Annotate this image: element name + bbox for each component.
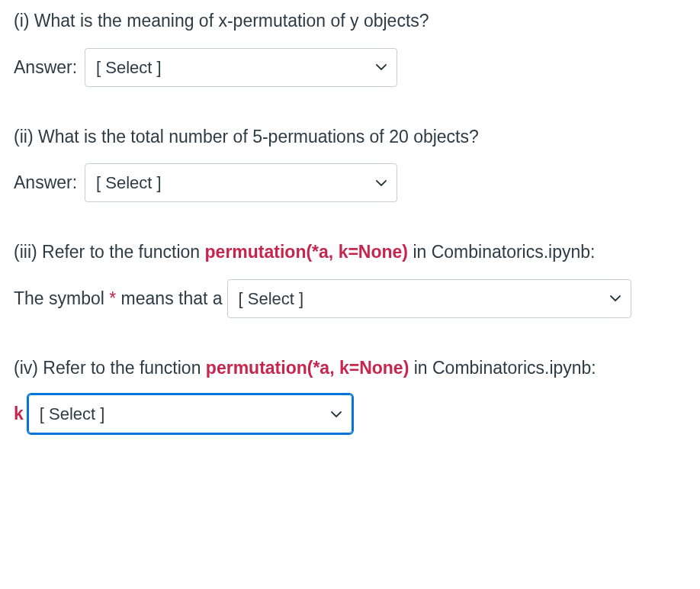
- q3-suffix: in Combinatorics.ipynb:: [408, 242, 595, 262]
- question-4: (iv) Refer to the function permutation(*…: [14, 355, 686, 434]
- select-3-placeholder: [ Select ]: [239, 286, 304, 311]
- q3-line2: The symbol * means that a: [14, 285, 223, 312]
- answer-line-3: The symbol * means that a [ Select ]: [14, 279, 686, 318]
- q4-code: permutation(*a, k=None): [206, 358, 409, 378]
- answer-line-4: k [ Select ]: [14, 394, 686, 433]
- select-1[interactable]: [ Select ]: [85, 48, 397, 87]
- asterisk-symbol: *: [109, 288, 116, 308]
- select-wrapper-3: [ Select ]: [227, 279, 631, 318]
- question-1-prompt: (i) What is the meaning of x-permutation…: [14, 8, 686, 34]
- question-2-prompt: (ii) What is the total number of 5-permu…: [14, 124, 686, 150]
- answer-label-2: Answer:: [14, 169, 77, 196]
- answer-line-2: Answer: [ Select ]: [14, 163, 686, 202]
- q3-line2-part2: means that a: [116, 288, 222, 308]
- question-2: (ii) What is the total number of 5-permu…: [14, 124, 686, 203]
- q3-code: permutation(*a, k=None): [205, 242, 408, 262]
- question-3-prompt: (iii) Refer to the function permutation(…: [14, 239, 686, 266]
- select-wrapper-1: [ Select ]: [85, 48, 397, 87]
- select-2[interactable]: [ Select ]: [85, 163, 397, 202]
- select-wrapper-4: [ Select ]: [28, 394, 352, 433]
- select-wrapper-2: [ Select ]: [85, 163, 397, 202]
- q3-prefix: (iii) Refer to the function: [14, 242, 205, 262]
- q4-prefix: (iv) Refer to the function: [14, 358, 206, 378]
- select-2-placeholder: [ Select ]: [96, 170, 162, 195]
- question-4-prompt: (iv) Refer to the function permutation(*…: [14, 355, 686, 381]
- select-4[interactable]: [ Select ]: [28, 394, 352, 433]
- answer-label-1: Answer:: [14, 54, 77, 81]
- question-1: (i) What is the meaning of x-permutation…: [14, 8, 686, 87]
- select-3[interactable]: [ Select ]: [227, 279, 631, 318]
- select-4-placeholder: [ Select ]: [40, 401, 105, 426]
- answer-line-1: Answer: [ Select ]: [14, 48, 686, 87]
- select-1-placeholder: [ Select ]: [96, 55, 162, 80]
- q3-line2-part1: The symbol: [14, 288, 109, 308]
- question-3: (iii) Refer to the function permutation(…: [14, 239, 686, 318]
- q4-suffix: in Combinatorics.ipynb:: [409, 358, 596, 378]
- k-label: k: [14, 401, 24, 427]
